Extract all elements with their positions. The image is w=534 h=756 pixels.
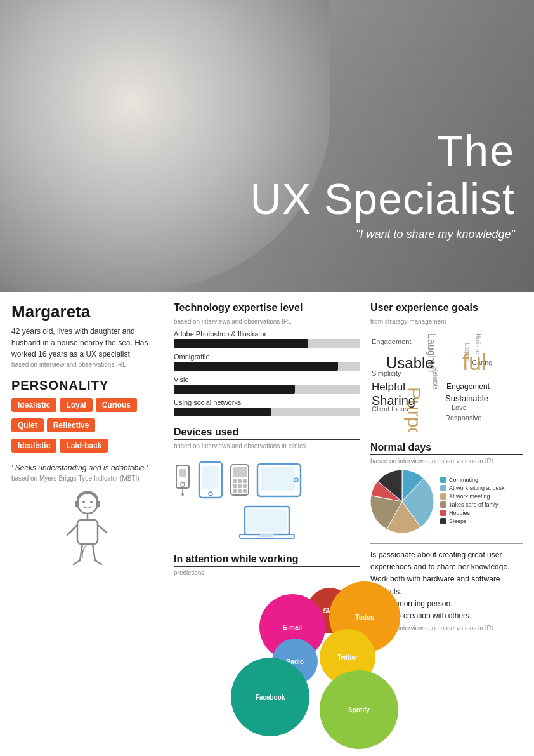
- main-columns: Margareta 42 years old, lives with daugh…: [0, 292, 534, 721]
- laptop-row: [174, 505, 360, 543]
- devices-title: Devices used: [174, 427, 360, 438]
- legend-label: At work meeting: [449, 493, 490, 500]
- svg-rect-27: [238, 484, 242, 488]
- svg-line-9: [74, 560, 80, 564]
- passion-line: Is passionate about creating great user …: [370, 549, 523, 573]
- ux-word: Sustainable: [445, 394, 488, 403]
- tech-bar-label: Visio: [174, 376, 360, 383]
- attention-title: In attention while working: [174, 554, 360, 565]
- ux-word: Love: [452, 404, 467, 411]
- ux-word: Engagement: [446, 382, 490, 391]
- pie-container: Commuting At work sitting at desk At wor…: [370, 470, 523, 533]
- tech-bar-bg: [174, 362, 360, 371]
- tech-bar-label: Adobe Photoshop & Illustrator: [174, 330, 360, 338]
- tech-bar-fill: [174, 385, 295, 394]
- legend-item: Takes care of famly: [440, 501, 505, 508]
- ux-goals-note: from strategy management: [370, 318, 523, 325]
- legend-label: Takes care of famly: [449, 501, 498, 508]
- normal-days-section: Normal days based on interviews and obse…: [370, 442, 523, 533]
- ux-word: Client focus: [372, 405, 408, 413]
- ux-word: Reliable: [432, 367, 439, 390]
- bubbles-container: SMSTodosE-mailTwitterRadioFacebookSpotif…: [174, 581, 360, 721]
- feature-phone-icon: [230, 463, 250, 496]
- legend-label: Commuting: [449, 477, 478, 483]
- legend-item: Commuting: [440, 477, 505, 483]
- svg-line-5: [67, 525, 77, 535]
- personality-quote-note: based on Myers-Briggs Type Indicator (MB…: [11, 475, 164, 482]
- attention-section: In attention while working predictions S…: [174, 554, 360, 721]
- legend-item: Hobbies: [440, 510, 505, 516]
- personality-tag: Laid-back: [60, 439, 108, 453]
- mp3-icon: [174, 464, 192, 496]
- svg-rect-1: [75, 501, 79, 507]
- legend-dot: [440, 518, 446, 524]
- ux-word-cloud: EngagementLaughterLogicalHolisticUsableS…: [370, 330, 523, 432]
- attention-bubble: Spotify: [320, 670, 398, 749]
- avatar-figure: [11, 489, 164, 578]
- devices-section: Devices used based on interviews and obs…: [174, 427, 360, 543]
- personality-tag: Idealistic: [11, 439, 56, 453]
- svg-rect-23: [233, 479, 237, 483]
- svg-rect-28: [243, 484, 247, 488]
- svg-rect-2: [96, 501, 100, 507]
- devices-divider: [174, 439, 360, 440]
- laptop-icon: [238, 505, 296, 543]
- tech-bar-bg: [174, 408, 360, 416]
- hero-title-ux: UX Specialist: [251, 175, 515, 223]
- hero-title-the: The: [251, 126, 515, 175]
- legend-item: Sleeps: [440, 518, 505, 524]
- ux-goals-section: User experience goals from strategy mana…: [370, 302, 523, 432]
- attention-divider: [174, 566, 360, 567]
- svg-rect-19: [202, 466, 219, 489]
- ux-word: Helpful: [372, 381, 405, 394]
- devices-note: based on interviews and observations in …: [174, 442, 360, 449]
- svg-rect-4: [77, 520, 98, 544]
- svg-line-10: [95, 560, 101, 564]
- tech-bar-fill: [174, 362, 338, 371]
- legend-dot: [440, 493, 446, 500]
- personality-title: PERSONALITY: [11, 378, 164, 393]
- left-column: Margareta 42 years old, lives with daugh…: [11, 302, 164, 721]
- pie-legend: Commuting At work sitting at desk At wor…: [440, 477, 505, 526]
- normal-days-note: based on interviews and observations in …: [370, 458, 523, 465]
- hero-text-block: The UX Specialist "I want to share my kn…: [251, 126, 515, 241]
- svg-point-20: [209, 492, 212, 496]
- svg-rect-26: [233, 484, 237, 488]
- personality-tag: Idealistic: [11, 398, 56, 412]
- tech-bar-item: Omnigraffle: [174, 353, 360, 371]
- tech-section: Technology expertise level based on inte…: [174, 302, 360, 416]
- pie-chart: [370, 470, 434, 533]
- tech-bar-item: Adobe Photoshop & Illustrator: [174, 330, 360, 348]
- tag-row: IdealisticLoyalCurious: [11, 398, 137, 412]
- svg-line-6: [98, 525, 107, 533]
- hero-quote: "I want to share my knowledge": [251, 228, 515, 241]
- right-column: User experience goals from strategy mana…: [370, 302, 523, 721]
- smartphone-icon: [198, 461, 223, 499]
- ux-goals-title: User experience goals: [370, 302, 523, 314]
- tablet-icon: [256, 463, 302, 498]
- avatar-svg: [56, 489, 119, 578]
- svg-point-15: [181, 482, 185, 486]
- normal-days-divider: [370, 454, 523, 455]
- tech-bar-label: Omnigraffle: [174, 353, 360, 361]
- person-bio: 42 years old, lives with daughter and hu…: [11, 326, 164, 360]
- personality-tag: Reflective: [47, 418, 96, 432]
- legend-dot: [440, 477, 446, 483]
- personality-tags: IdealisticLoyalCuriousQuietReflectiveIde…: [11, 398, 164, 456]
- svg-rect-25: [243, 479, 247, 483]
- tech-bar-bg: [174, 385, 360, 394]
- legend-dot: [440, 501, 446, 508]
- svg-point-12: [90, 501, 93, 503]
- legend-item: At work sitting at desk: [440, 485, 505, 491]
- person-name: Margareta: [11, 302, 164, 322]
- svg-line-8: [93, 544, 95, 560]
- tech-bar-bg: [174, 339, 360, 348]
- svg-rect-33: [261, 467, 295, 491]
- legend-item: At work meeting: [440, 493, 505, 500]
- passion-line: Work both with hardware and software pro…: [370, 573, 523, 597]
- normal-days-title: Normal days: [370, 442, 523, 453]
- devices-icons: [174, 454, 360, 505]
- tag-row: QuietReflective: [11, 418, 95, 432]
- ux-word: Responsive: [445, 414, 481, 421]
- svg-point-17: [181, 493, 184, 496]
